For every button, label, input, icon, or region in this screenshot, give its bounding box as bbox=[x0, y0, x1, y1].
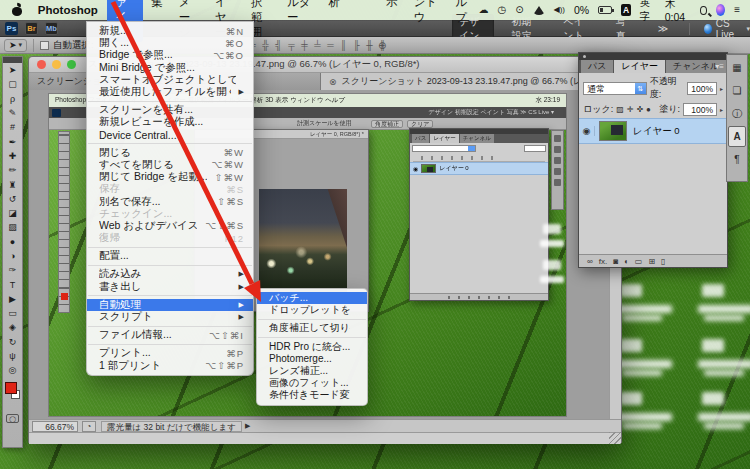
paragraph-panel-icon[interactable]: ¶ bbox=[728, 149, 746, 170]
panel-titlebar[interactable] bbox=[579, 53, 727, 60]
fill-field[interactable]: 100% bbox=[683, 103, 717, 116]
lock-position-icon[interactable]: ✜ bbox=[636, 105, 643, 114]
layer-style-icon[interactable]: fx. bbox=[599, 257, 607, 266]
menubar-item-item[interactable]: ウィンドウ bbox=[406, 0, 447, 42]
layers-panel-tab[interactable]: レイヤー bbox=[614, 60, 665, 73]
gradient-tool-icon[interactable]: ▨ bbox=[3, 220, 22, 234]
new-layer-icon[interactable]: ⊞ bbox=[648, 257, 655, 266]
info-panel-icon[interactable]: ⓘ bbox=[728, 103, 746, 124]
input-source-label[interactable]: 英字 bbox=[640, 0, 656, 24]
menu-item-label: スクリプト bbox=[99, 310, 231, 324]
time-machine-icon[interactable]: ◷ bbox=[497, 5, 506, 15]
lock-all-icon[interactable]: ● bbox=[646, 105, 651, 114]
layer-row-selected[interactable]: ◉ レイヤー 0 bbox=[579, 118, 727, 144]
brush-tool-icon[interactable]: ✏ bbox=[3, 163, 22, 177]
menu-item-label: 角度補正して切り抜き bbox=[269, 321, 350, 335]
menu-item[interactable]: 角度補正して切り抜き bbox=[257, 322, 367, 334]
hand-tool-icon[interactable]: ψ bbox=[3, 349, 22, 363]
layer-name[interactable]: レイヤー 0 bbox=[633, 125, 680, 138]
lasso-tool-icon[interactable]: ρ bbox=[3, 92, 22, 106]
menubar-item-item[interactable]: 表示 bbox=[378, 0, 406, 42]
blend-mode-select[interactable]: 通常 bbox=[583, 82, 647, 95]
3d-rotate-tool-icon[interactable]: ◈ bbox=[3, 320, 22, 334]
menu-item[interactable]: 新規レビューを作成... bbox=[87, 116, 253, 128]
healing-brush-tool-icon[interactable]: ✚ bbox=[3, 149, 22, 163]
character-panel-icon[interactable]: A bbox=[728, 126, 746, 147]
cloud-icon[interactable]: ☁ bbox=[478, 5, 488, 15]
volume-icon[interactable]: ◀)) bbox=[554, 6, 565, 14]
fill-slider-button[interactable]: ▸ bbox=[720, 106, 723, 113]
menu-item[interactable]: Device Central... bbox=[87, 129, 253, 141]
close-tab-icon[interactable]: ⊗ bbox=[329, 77, 337, 87]
menu-item[interactable]: 最近使用したファイルを開く▶ bbox=[87, 86, 253, 98]
dodge-tool-icon[interactable]: ◑ bbox=[3, 249, 22, 263]
clone-stamp-tool-icon[interactable]: ♜ bbox=[3, 177, 22, 191]
opacity-slider-button[interactable]: ▸ bbox=[720, 85, 723, 92]
delete-layer-icon[interactable]: ▯ bbox=[661, 257, 665, 266]
move-tool-icon[interactable]: ➤ bbox=[3, 63, 22, 77]
3d-orbit-tool-icon[interactable]: ↻ bbox=[3, 335, 22, 349]
menubar-item-item[interactable]: フィルター bbox=[279, 0, 320, 42]
current-tool-chip[interactable]: ➤ ▾ bbox=[4, 39, 27, 52]
history-brush-tool-icon[interactable]: ↺ bbox=[3, 192, 22, 206]
resize-grip[interactable] bbox=[609, 432, 621, 444]
wifi-icon[interactable] bbox=[533, 6, 545, 15]
layer-group-icon[interactable]: ▭ bbox=[635, 257, 643, 266]
search-icon[interactable] bbox=[700, 6, 707, 15]
eraser-tool-icon[interactable]: ◪ bbox=[3, 206, 22, 220]
mini-bridge-icon[interactable]: Mb bbox=[45, 22, 58, 35]
layer-thumbnail[interactable] bbox=[599, 121, 627, 141]
link-layers-icon[interactable]: ∞ bbox=[587, 257, 593, 266]
document-tab[interactable]: ⊗スクリーンショット 2023-09-13 23.19.47.png @ 66.… bbox=[321, 73, 621, 90]
foreground-color-swatch[interactable] bbox=[5, 382, 17, 394]
menubar-clock[interactable]: 木 0:04 bbox=[665, 0, 691, 23]
menu-item[interactable]: 条件付きモード変更... bbox=[257, 389, 367, 401]
adjustment-layer-icon[interactable]: ◐ bbox=[624, 257, 629, 266]
minimize-window-button[interactable] bbox=[52, 60, 61, 69]
siri-icon[interactable] bbox=[716, 4, 725, 16]
menubar-item-item[interactable]: 解析 bbox=[320, 0, 348, 42]
layer-mask-icon[interactable]: ◙ bbox=[613, 257, 618, 266]
eyedropper-tool-icon[interactable]: ✒ bbox=[3, 134, 22, 148]
menu-item[interactable]: ドロップレットを作成... bbox=[257, 304, 367, 316]
input-source-icon[interactable]: A bbox=[621, 4, 630, 16]
marquee-tool-icon[interactable]: ▢ bbox=[3, 77, 22, 91]
bridge-icon[interactable]: Br bbox=[25, 22, 38, 35]
opacity-field[interactable]: 100% bbox=[687, 82, 717, 95]
panel-menu-icon[interactable]: ▾≡ bbox=[715, 62, 724, 71]
apple-menu-icon[interactable] bbox=[12, 4, 19, 16]
blur-tool-icon[interactable]: ● bbox=[3, 235, 22, 249]
status-flyout-button[interactable]: ▶ bbox=[245, 422, 250, 430]
quick-mask-button[interactable]: ◯ bbox=[6, 414, 19, 423]
menubar-app-name[interactable]: Photoshop bbox=[29, 4, 107, 16]
zoom-window-button[interactable] bbox=[67, 60, 76, 69]
rectangle-tool-icon[interactable]: ▭ bbox=[3, 306, 22, 320]
zoom-level-field[interactable]: 66.67% bbox=[32, 421, 78, 432]
type-tool-icon[interactable]: T bbox=[3, 277, 22, 291]
lock-pixels-icon[interactable]: ✛ bbox=[627, 105, 634, 114]
menu-item[interactable]: 配置... bbox=[87, 250, 253, 262]
zoom-tool-icon[interactable]: ◎ bbox=[3, 363, 22, 377]
sync-icon[interactable]: ⊙ bbox=[515, 5, 523, 15]
battery-icon[interactable] bbox=[598, 6, 612, 14]
control-center-icon[interactable]: ≡ bbox=[734, 5, 740, 15]
menu-item[interactable]: ファイル情報...⌥⇧⌘I bbox=[87, 329, 253, 341]
layers-panel-tab[interactable]: パス bbox=[581, 60, 613, 73]
menubar-item-item[interactable]: 3D bbox=[348, 0, 379, 42]
menu-item[interactable]: 1 部プリント⌥⇧⌘P bbox=[87, 360, 253, 372]
menu-item[interactable]: スクリプト▶ bbox=[87, 311, 253, 323]
horizontal-scrollbar[interactable] bbox=[29, 432, 621, 444]
close-window-button[interactable] bbox=[37, 60, 46, 69]
quick-selection-tool-icon[interactable]: ✎ bbox=[3, 106, 22, 120]
auto-select-checkbox[interactable] bbox=[40, 41, 49, 50]
menu-item[interactable]: HDR Pro に統合... bbox=[257, 341, 367, 353]
menu-item[interactable]: 書き出し▶ bbox=[87, 281, 253, 293]
crop-tool-icon[interactable]: # bbox=[3, 120, 22, 134]
lock-transparency-icon[interactable]: ▨ bbox=[616, 105, 624, 114]
layer-visibility-icon[interactable]: ◉ bbox=[579, 126, 595, 136]
menubar-item-item[interactable]: ヘルプ bbox=[447, 0, 478, 42]
path-selection-tool-icon[interactable]: ▶ bbox=[3, 292, 22, 306]
swatches-panel-icon[interactable]: ▦ bbox=[728, 57, 746, 78]
pen-tool-icon[interactable]: ✑ bbox=[3, 263, 22, 277]
styles-panel-icon[interactable]: ❏ bbox=[728, 80, 746, 101]
